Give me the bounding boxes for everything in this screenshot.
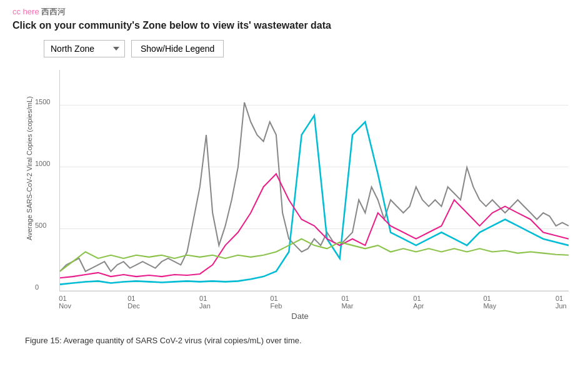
controls-bar: North Zone South Zone East Zone West Zon… bbox=[44, 40, 576, 57]
x-axis-label: Date bbox=[291, 311, 308, 321]
chinese-text: 西西河 bbox=[41, 7, 66, 16]
legend-button[interactable]: Show/Hide Legend bbox=[131, 40, 224, 57]
chart-area: Average SARS-CoV-2 Viral Copies (copies/… bbox=[25, 64, 575, 326]
zone-select[interactable]: North Zone South Zone East Zone West Zon… bbox=[44, 40, 125, 57]
y-axis-label: Average SARS-CoV-2 Viral Copies (copies/… bbox=[26, 115, 33, 240]
top-link-bar: cc here 西西河 bbox=[12, 6, 576, 17]
chart-inner: 0 500 1000 1500 01Nov 01Dec 01Jan 01Feb … bbox=[59, 70, 569, 291]
page-title: Click on your community's Zone below to … bbox=[12, 20, 576, 31]
cc-here-link[interactable]: cc here bbox=[12, 7, 39, 16]
chart-svg bbox=[60, 70, 569, 291]
figure-caption: Figure 15: Average quantity of SARS CoV-… bbox=[25, 336, 576, 345]
